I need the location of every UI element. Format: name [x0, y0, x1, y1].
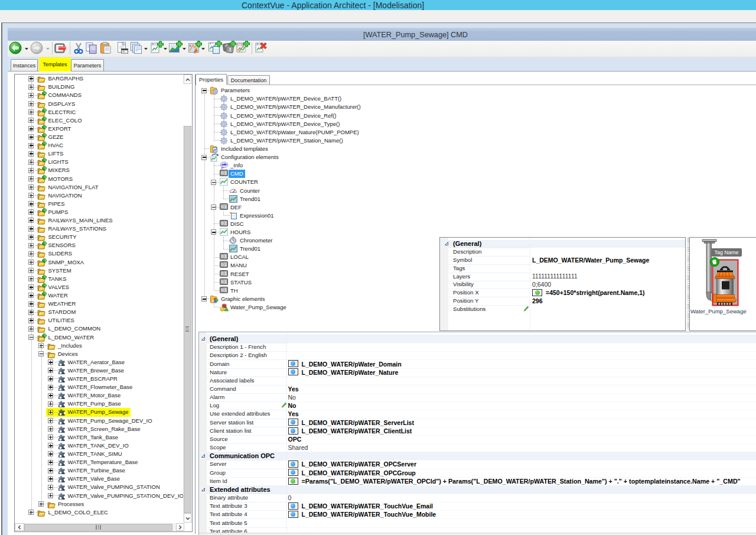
svg-text:0: 0 — [221, 262, 223, 268]
svg-text:1: 1 — [224, 221, 227, 226]
svg-text:1: 1 — [224, 287, 227, 293]
svg-text:1: 1 — [224, 271, 227, 276]
svg-text:1: 1 — [224, 254, 227, 259]
svg-text:1: 1 — [224, 262, 227, 268]
svg-text:0: 0 — [221, 271, 223, 276]
svg-text:1: 1 — [224, 170, 227, 176]
svg-text:0: 0 — [221, 279, 223, 284]
svg-text:0: 0 — [221, 287, 223, 293]
svg-text:0: 0 — [221, 170, 223, 176]
svg-text:0: 0 — [221, 204, 223, 209]
svg-text:1: 1 — [224, 279, 227, 284]
svg-text:0: 0 — [221, 254, 223, 259]
svg-text:01: 01 — [238, 43, 242, 47]
svg-text:1: 1 — [224, 204, 227, 209]
svg-text:0: 0 — [221, 221, 223, 226]
